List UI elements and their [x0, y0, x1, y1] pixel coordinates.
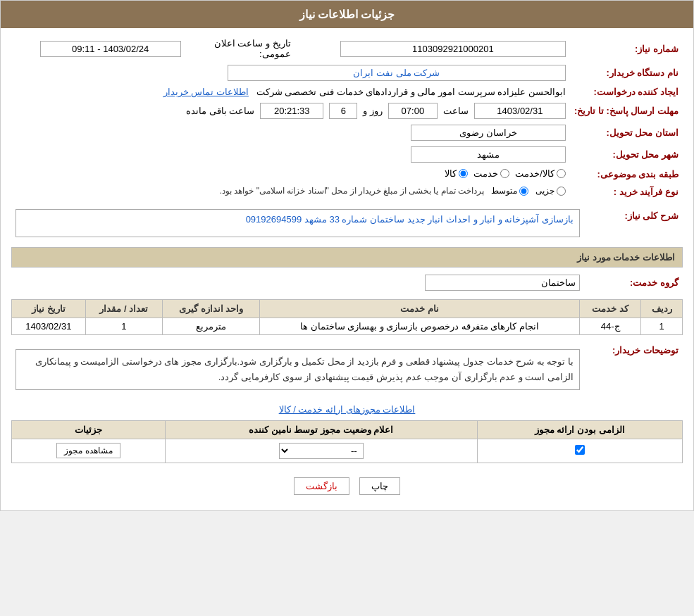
purchase-jozee-item: جزیی [535, 186, 566, 196]
buyer-org-value: شرکت ملی نفت ایران [11, 62, 570, 84]
purchase-note-text: پرداخت تمام یا بخشی از مبلغ خریدار از مح… [220, 186, 484, 196]
creator-label: ایجاد کننده درخواست: [570, 84, 683, 100]
list-item: -- مشاهده مجوز [12, 439, 683, 463]
service-group-table: گروه خدمت: ساختمان [11, 272, 683, 294]
delivery-city-input: مشهد [411, 146, 566, 163]
need-description-value: بازسازی آشپزخانه و انبار و احداث انبار ج… [11, 206, 584, 240]
response-date-value: 1403/02/31 ساعت 07:00 روز و 6 20:21:33 [11, 100, 570, 122]
category-khadamat-item: خدمت [473, 168, 509, 179]
need-number-input: 1103092921000201 [340, 41, 566, 57]
response-time-label: ساعت [443, 106, 469, 116]
need-description-table: شرح کلی نیاز: بازسازی آشپزخانه و انبار و… [11, 206, 683, 240]
category-kala-item: کالا [445, 168, 468, 179]
buyer-notes-box: با توجه به شرح خدمات جدول پیشنهاد قطعی و… [16, 349, 580, 390]
response-day-input: 6 [329, 103, 357, 119]
row-code: ج-44 [579, 318, 640, 334]
permits-table-body: -- مشاهده مجوز [12, 439, 683, 463]
purchase-type-label: نوع فرآیند خرید : [570, 183, 683, 201]
category-khadamat-label: خدمت [473, 168, 498, 179]
page-header: جزئیات اطلاعات نیاز [1, 1, 693, 28]
need-number-row: شماره نیاز: 1103092921000201 تاریخ و ساع… [11, 35, 683, 62]
contact-link[interactable]: اطلاعات تماس خریدار [163, 87, 249, 97]
purchase-mottasat-radio[interactable] [519, 187, 528, 196]
need-description-box: بازسازی آشپزخانه و انبار و احداث انبار ج… [16, 209, 580, 237]
purchase-jozee-radio[interactable] [557, 187, 566, 196]
category-kala-radio[interactable] [459, 169, 468, 178]
delivery-city-label: شهر محل تحویل: [570, 144, 683, 165]
col-name: نام خدمت [260, 299, 580, 318]
category-kala-label: کالا [445, 168, 457, 179]
permit-status-select[interactable]: -- [279, 443, 364, 459]
buyer-org-row: نام دستگاه خریدار: شرکت ملی نفت ایران [11, 62, 683, 84]
response-remaining-label: ساعت باقی مانده [186, 106, 254, 116]
delivery-province-input: خراسان رضوی [411, 125, 566, 141]
category-kala-khadamat-label: کالا/خدمت [515, 168, 554, 179]
col-quantity: تعداد / مقدار [85, 299, 162, 318]
response-date-label: مهلت ارسال پاسخ: تا تاریخ: [570, 100, 683, 122]
table-row: 1 ج-44 انجام کارهای متفرقه درخصوص بازساز… [12, 318, 683, 334]
delivery-city-value: مشهد [11, 144, 570, 165]
col-code: کد خدمت [579, 299, 640, 318]
buyer-notes-value: با توجه به شرح خدمات جدول پیشنهاد قطعی و… [11, 341, 584, 398]
creator-row: ایجاد کننده درخواست: ابوالحسن علیزاده سر… [11, 84, 683, 100]
col-unit: واحد اندازه گیری [163, 299, 260, 318]
page-wrapper: جزئیات اطلاعات نیاز شماره نیاز: 11030929… [0, 0, 694, 511]
category-kala-khadamat-item: کالا/خدمت [515, 168, 566, 179]
category-kala-khadamat-radio[interactable] [557, 169, 566, 178]
permit-details-cell: مشاهده مجوز [12, 439, 166, 463]
buyer-notes-table: توضیحات خریدار: با توجه به شرح خدمات جدو… [11, 341, 683, 398]
category-options: کالا/خدمت خدمت کالا [11, 165, 570, 183]
category-radio-group: کالا/خدمت خدمت کالا [445, 168, 566, 179]
content-area: شماره نیاز: 1103092921000201 تاریخ و ساع… [1, 28, 693, 510]
col-date: تاریخ نیاز [12, 299, 86, 318]
purchase-jozee-label: جزیی [535, 186, 554, 196]
row-name: انجام کارهای متفرقه درخصوص بازسازی و بهس… [260, 318, 580, 334]
permits-section-link-container: اطلاعات مجوزهای ارائه خدمت / کالا [11, 404, 683, 415]
main-info-table: شماره نیاز: 1103092921000201 تاریخ و ساع… [11, 35, 683, 201]
row-number: 1 [641, 318, 683, 334]
delivery-city-row: شهر محل تحویل: مشهد [11, 144, 683, 165]
col-permit-details: جزئیات [12, 420, 166, 439]
delivery-province-row: استان محل تحویل: خراسان رضوی [11, 122, 683, 144]
page-title: جزئیات اطلاعات نیاز [299, 8, 395, 20]
need-number-label: شماره نیاز: [570, 35, 683, 62]
permits-header-row: الزامی بودن ارائه مجوز اعلام وضعیت مجوز … [12, 420, 683, 439]
response-date-row: مهلت ارسال پاسخ: تا تاریخ: 1403/02/31 سا… [11, 100, 683, 122]
category-khadamat-radio[interactable] [500, 169, 509, 178]
service-group-value: ساختمان [11, 272, 584, 294]
back-button[interactable]: بازگشت [294, 477, 349, 495]
permits-section-link[interactable]: اطلاعات مجوزهای ارائه خدمت / کالا [279, 404, 416, 415]
date-value: 1403/02/24 - 09:11 [11, 35, 185, 62]
row-date: 1403/02/31 [12, 318, 86, 334]
purchase-mottasat-item: متوسط [491, 186, 528, 196]
delivery-province-label: استان محل تحویل: [570, 122, 683, 144]
purchase-type-group: جزیی متوسط پرداخت تمام یا بخشی از مبلغ خ… [220, 186, 566, 196]
service-group-label: گروه خدمت: [584, 272, 683, 294]
col-row: ردیف [641, 299, 683, 318]
creator-value: ابوالحسن علیزاده سرپرست امور مالی و قرار… [11, 84, 570, 100]
permit-status-cell: -- [166, 439, 478, 463]
col-permit-required: الزامی بودن ارائه مجوز [477, 420, 682, 439]
response-time-input: 07:00 [388, 103, 438, 119]
row-quantity: 1 [85, 318, 162, 334]
permit-required-checkbox[interactable] [575, 445, 585, 455]
buyer-org-input: شرکت ملی نفت ایران [228, 65, 566, 81]
services-grid-body: 1 ج-44 انجام کارهای متفرقه درخصوص بازساز… [12, 318, 683, 334]
category-label: طبقه بندی موضوعی: [570, 165, 683, 183]
col-permit-status: اعلام وضعیت مجوز توسط نامین کننده [166, 420, 478, 439]
services-grid-header: ردیف کد خدمت نام خدمت واحد اندازه گیری ت… [12, 299, 683, 318]
delivery-province-value: خراسان رضوی [11, 122, 570, 144]
services-grid-table: ردیف کد خدمت نام خدمت واحد اندازه گیری ت… [11, 299, 683, 335]
buyer-notes-label: توضیحات خریدار: [584, 341, 683, 398]
response-date-input: 1403/02/31 [474, 103, 566, 119]
view-permit-button[interactable]: مشاهده مجوز [56, 443, 120, 458]
buttons-row: چاپ بازگشت [11, 469, 683, 503]
category-row: طبقه بندی موضوعی: کالا/خدمت خدمت [11, 165, 683, 183]
print-button[interactable]: چاپ [359, 477, 400, 495]
response-day-label: روز و [363, 106, 383, 116]
service-group-input: ساختمان [425, 275, 580, 291]
date-input: 1403/02/24 - 09:11 [40, 41, 181, 57]
service-group-row: گروه خدمت: ساختمان [11, 272, 683, 294]
services-section-header: اطلاعات خدمات مورد نیاز [11, 247, 683, 268]
permit-required-cell [477, 439, 682, 463]
